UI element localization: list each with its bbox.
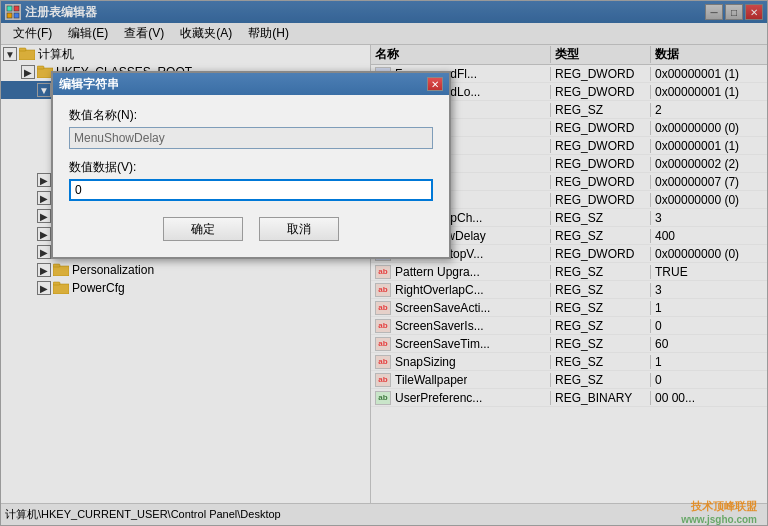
main-window: 注册表编辑器 ─ □ ✕ 文件(F) 编辑(E) 查看(V) 收藏夹(A) 帮助… bbox=[0, 0, 768, 526]
dialog-ok-button[interactable]: 确定 bbox=[163, 217, 243, 241]
dialog-label-data: 数值数据(V): bbox=[69, 159, 433, 176]
dialog-content: 数值名称(N): 数值数据(V): 确定 取消 bbox=[53, 95, 449, 257]
dialog-field-data: 数值数据(V): bbox=[69, 159, 433, 201]
dialog-title-bar: 编辑字符串 ✕ bbox=[53, 73, 449, 95]
dialog-field-name: 数值名称(N): bbox=[69, 107, 433, 149]
edit-string-dialog: 编辑字符串 ✕ 数值名称(N): 数值数据(V): 确定 取消 bbox=[51, 71, 451, 259]
dialog-cancel-button[interactable]: 取消 bbox=[259, 217, 339, 241]
dialog-input-name[interactable] bbox=[69, 127, 433, 149]
dialog-overlay: 编辑字符串 ✕ 数值名称(N): 数值数据(V): 确定 取消 bbox=[1, 1, 767, 525]
dialog-close-button[interactable]: ✕ bbox=[427, 77, 443, 91]
dialog-buttons: 确定 取消 bbox=[69, 217, 433, 245]
dialog-label-name: 数值名称(N): bbox=[69, 107, 433, 124]
dialog-title: 编辑字符串 bbox=[59, 76, 427, 93]
dialog-input-data[interactable] bbox=[69, 179, 433, 201]
